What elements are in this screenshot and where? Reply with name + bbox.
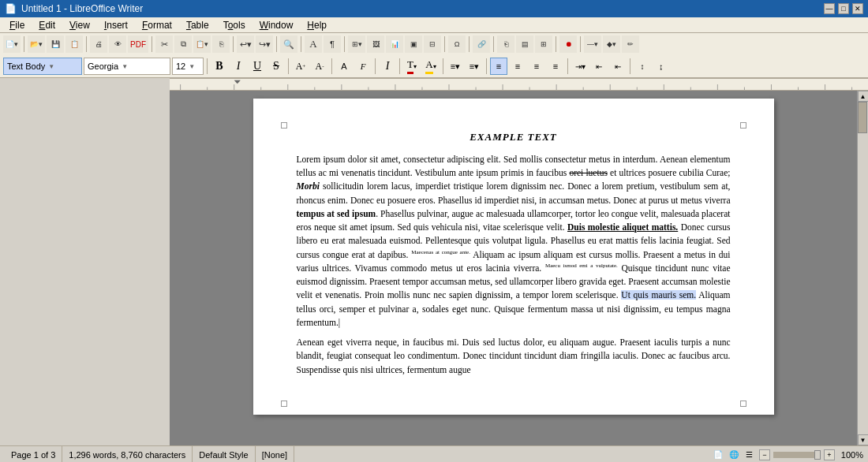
pdf-btn[interactable]: PDF bbox=[128, 35, 148, 53]
fmt-sep5 bbox=[399, 58, 400, 74]
menu-window[interactable]: Window bbox=[253, 18, 300, 32]
pencil-btn[interactable]: ✏ bbox=[622, 35, 639, 53]
field-btn[interactable]: ⊞ bbox=[535, 35, 552, 53]
menu-file[interactable]: File bbox=[3, 18, 31, 32]
italic2-button[interactable]: I bbox=[379, 58, 396, 75]
status-language: [None] bbox=[256, 446, 294, 462]
save-btn[interactable]: 💾 bbox=[47, 35, 64, 53]
maximize-button[interactable]: □ bbox=[838, 3, 849, 14]
titlebar: 📄 Untitled 1 - LibreOffice Writer — □ ✕ bbox=[0, 0, 868, 17]
find-btn[interactable]: 🔍 bbox=[280, 35, 297, 53]
record-btn[interactable]: ⏺ bbox=[559, 35, 577, 53]
menu-help[interactable]: Help bbox=[301, 18, 333, 32]
zoom-slider[interactable] bbox=[773, 452, 821, 458]
uppercase-button[interactable]: A bbox=[335, 58, 353, 75]
print-btn[interactable]: 🖨 bbox=[90, 35, 107, 53]
close-button[interactable]: ✕ bbox=[852, 3, 863, 14]
saveas-btn[interactable]: 📋 bbox=[65, 35, 83, 53]
paragraph-1[interactable]: Lorem ipsum dolor sit amet, consectetur … bbox=[297, 153, 731, 330]
zoom-thumb[interactable] bbox=[814, 450, 821, 460]
indent2-button[interactable]: ⇤ bbox=[609, 58, 627, 75]
font-dropdown[interactable]: Georgia ▼ bbox=[84, 58, 170, 75]
fontA-btn[interactable]: A bbox=[305, 35, 322, 53]
print-prev-btn[interactable]: 👁 bbox=[109, 35, 126, 53]
titlebar-left: 📄 Untitled 1 - LibreOffice Writer bbox=[5, 3, 143, 14]
document-area[interactable]: EXAMPLE TEXT Lorem ipsum dolor sit amet,… bbox=[170, 91, 857, 445]
align-left-button[interactable]: ≡ bbox=[490, 58, 507, 75]
special-char-btn[interactable]: Ω bbox=[448, 35, 466, 53]
sep12 bbox=[580, 36, 581, 52]
underline-button[interactable]: U bbox=[249, 58, 266, 75]
view-normal-btn[interactable]: 📄 bbox=[712, 449, 724, 461]
fmt-sep4 bbox=[375, 58, 376, 74]
copy-btn[interactable]: ⧉ bbox=[174, 35, 192, 53]
menu-view[interactable]: View bbox=[63, 18, 96, 32]
insert-img-btn[interactable]: 🖼 bbox=[367, 35, 384, 53]
bold-italic-morbi: Morbi bbox=[297, 181, 320, 191]
view-outline-btn[interactable]: ☰ bbox=[743, 449, 756, 461]
new-btn[interactable]: 📄▾ bbox=[3, 35, 21, 53]
strikethrough-button[interactable]: S bbox=[268, 58, 285, 75]
document-body[interactable]: Lorem ipsum dolor sit amet, consectetur … bbox=[297, 153, 731, 377]
line-spacing-button[interactable]: ↕ bbox=[634, 58, 651, 75]
zoom-in-button[interactable]: + bbox=[824, 449, 835, 460]
font-size-decrease[interactable]: A- bbox=[311, 58, 328, 75]
sep2 bbox=[86, 36, 87, 52]
font-size-increase[interactable]: A+ bbox=[292, 58, 309, 75]
font-size-dropdown[interactable]: 12 ▼ bbox=[172, 58, 204, 75]
undo-btn[interactable]: ↩▾ bbox=[237, 35, 254, 53]
footnote-btn[interactable]: ⎗ bbox=[497, 35, 514, 53]
indent-button[interactable]: ⇥▾ bbox=[571, 58, 589, 75]
scroll-down-button[interactable]: ▼ bbox=[858, 434, 869, 445]
numbered-list-button[interactable]: ≡▾ bbox=[466, 58, 483, 75]
strikethrough-text-1: orei luetus bbox=[569, 168, 608, 177]
insert-box-btn[interactable]: ▣ bbox=[405, 35, 422, 53]
clone-btn[interactable]: ⎘ bbox=[212, 35, 230, 53]
hyperlink-btn[interactable]: 🔗 bbox=[473, 35, 490, 53]
sep7 bbox=[344, 36, 345, 52]
document-title: EXAMPLE TEXT bbox=[297, 130, 731, 145]
sep5 bbox=[276, 36, 277, 52]
zoom-out-button[interactable]: − bbox=[759, 449, 770, 460]
lowercase-button[interactable]: F bbox=[354, 58, 372, 75]
insert-line-btn[interactable]: ⊟ bbox=[424, 35, 441, 53]
para-spacing-button[interactable]: ↨ bbox=[653, 58, 670, 75]
outdent-button[interactable]: ⇤ bbox=[590, 58, 608, 75]
line-btn[interactable]: —▾ bbox=[584, 35, 601, 53]
paragraph-2[interactable]: Aenean eget viverra neque, in faucibus m… bbox=[297, 336, 731, 377]
align-right-button[interactable]: ≡ bbox=[528, 58, 545, 75]
font-color-button[interactable]: T▾ bbox=[403, 58, 421, 75]
insert-chart-btn[interactable]: 📊 bbox=[386, 35, 403, 53]
minimize-button[interactable]: — bbox=[824, 3, 835, 14]
menu-insert[interactable]: Insert bbox=[98, 18, 134, 32]
document-page[interactable]: EXAMPLE TEXT Lorem ipsum dolor sit amet,… bbox=[253, 99, 774, 415]
paste-btn[interactable]: 📋▾ bbox=[193, 35, 211, 53]
bold-button[interactable]: B bbox=[211, 58, 228, 75]
right-scrollbar[interactable]: ▲ ▼ bbox=[857, 91, 868, 445]
highlight-button[interactable]: A▾ bbox=[422, 58, 440, 75]
italic-button[interactable]: I bbox=[230, 58, 247, 75]
menu-format[interactable]: Format bbox=[136, 18, 178, 32]
view-web-btn[interactable]: 🌐 bbox=[728, 449, 740, 461]
redo-btn[interactable]: ↪▾ bbox=[256, 35, 273, 53]
cut-btn[interactable]: ✂ bbox=[155, 35, 173, 53]
menubar: File Edit View Insert Format Table Tools… bbox=[0, 17, 868, 33]
menu-tools[interactable]: Tools bbox=[217, 18, 252, 32]
style-dropdown[interactable]: Text Body ▼ bbox=[3, 58, 82, 75]
scroll-thumb[interactable] bbox=[858, 102, 867, 133]
menu-edit[interactable]: Edit bbox=[32, 18, 62, 32]
scroll-up-button[interactable]: ▲ bbox=[858, 91, 869, 102]
header-btn[interactable]: ▤ bbox=[516, 35, 533, 53]
align-justify-button[interactable]: ≡ bbox=[547, 58, 564, 75]
pilcrow-btn[interactable]: ¶ bbox=[324, 35, 341, 53]
font-size-arrow: ▼ bbox=[189, 63, 195, 70]
bullet-list-button[interactable]: ≡▾ bbox=[447, 58, 464, 75]
diamond-btn[interactable]: ◆▾ bbox=[603, 35, 620, 53]
corner-handle-tl bbox=[281, 122, 287, 129]
menu-table[interactable]: Table bbox=[180, 18, 215, 32]
open-btn[interactable]: 📂▾ bbox=[28, 35, 45, 53]
align-center-button[interactable]: ≡ bbox=[509, 58, 526, 75]
main-area: EXAMPLE TEXT Lorem ipsum dolor sit amet,… bbox=[0, 91, 868, 445]
insert-table-btn[interactable]: ⊞▾ bbox=[348, 35, 365, 53]
scroll-track[interactable] bbox=[858, 102, 868, 434]
